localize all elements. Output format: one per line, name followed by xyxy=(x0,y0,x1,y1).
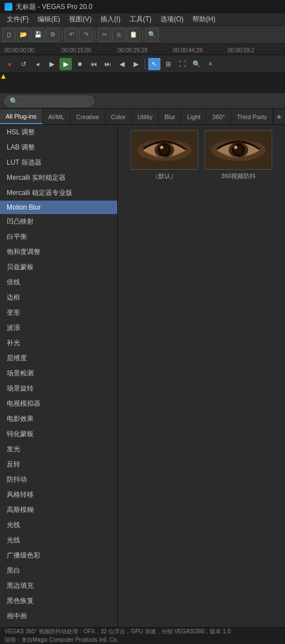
render-button[interactable]: ⚙ xyxy=(46,28,59,42)
search-icon: 🔍 xyxy=(10,97,18,105)
new-button[interactable]: 🗋 xyxy=(2,28,16,42)
plugin-item[interactable]: 光线 xyxy=(0,518,117,533)
plugin-item[interactable]: 画中画 xyxy=(0,609,117,624)
tab-creative[interactable]: Creative xyxy=(71,109,105,124)
time-label-0: 00:00:00;00 xyxy=(4,47,34,53)
plugin-item[interactable]: 反转 xyxy=(0,457,117,472)
plugin-item[interactable]: 黑边填充 xyxy=(0,578,117,593)
prev-marker-button[interactable]: ⏮ xyxy=(88,58,100,70)
ctrl-sep xyxy=(145,58,145,70)
thumb-default: （默认） xyxy=(131,130,198,180)
plugin-item[interactable]: 光线 xyxy=(0,533,117,548)
status-line-2: 说明：来自Magix Computer Products Intl. Co. xyxy=(4,636,281,644)
time-label-1: 00:00:15;00 xyxy=(62,47,91,53)
undo-button[interactable]: ↶ xyxy=(65,28,78,42)
plugin-item[interactable]: 发光 xyxy=(0,442,117,457)
preview-pane: （默认） xyxy=(118,125,285,627)
redo-button[interactable]: ↷ xyxy=(79,28,93,42)
menu-edit[interactable]: 编辑(E) xyxy=(33,13,65,25)
plugin-item[interactable]: Motion Blur xyxy=(0,201,117,214)
fullscreen-button[interactable]: ⛶ xyxy=(176,58,189,70)
menu-insert[interactable]: 插入(I) xyxy=(96,13,125,25)
plugin-item[interactable]: LAB 调整 xyxy=(0,140,117,155)
menu-help[interactable]: 帮助(H) xyxy=(188,13,220,25)
tab-blur[interactable]: Blur xyxy=(159,109,182,124)
preview-thumbnails: （默认） xyxy=(131,130,272,180)
tab-aiml[interactable]: AI/ML xyxy=(43,109,71,124)
plugin-item[interactable]: 电影效果 xyxy=(0,411,117,427)
cursor-button[interactable]: ↖ xyxy=(148,58,160,70)
search-input[interactable] xyxy=(20,97,88,105)
plugin-item[interactable]: 场景旋转 xyxy=(0,381,117,396)
thumb-default-image[interactable] xyxy=(131,130,198,170)
selection-button[interactable]: ⊞ xyxy=(162,58,174,70)
svg-point-11 xyxy=(234,146,237,149)
plugin-item[interactable]: LUT 筛选器 xyxy=(0,155,117,170)
plugin-item[interactable]: Mercalli 稳定器专业版 xyxy=(0,185,117,201)
stop-button[interactable]: ■ xyxy=(73,58,86,70)
status-line-1: VEGAS 360° 视频防抖动处理：OFX，32 位浮点，GPU 加速，分组 … xyxy=(4,628,281,636)
plugin-item[interactable]: Mercalli 实时稳定器 xyxy=(0,170,117,185)
thumb-360-image[interactable] xyxy=(205,130,272,170)
loop-button[interactable]: ↺ xyxy=(17,58,30,70)
plugin-item[interactable]: 白平衡 xyxy=(0,229,117,244)
menu-view[interactable]: 视图(V) xyxy=(65,13,96,25)
plugin-item[interactable]: 黑白 xyxy=(0,563,117,578)
plugin-item[interactable]: 黑色恢复 xyxy=(0,593,117,609)
next-marker-button[interactable]: ⏭ xyxy=(102,58,114,70)
tab-utility[interactable]: Utility xyxy=(132,109,159,124)
thumb-default-label: （默认） xyxy=(152,172,177,180)
paste-button[interactable]: 📋 xyxy=(127,28,140,42)
frame-fwd-button[interactable]: ▶ xyxy=(130,58,142,70)
tab-favorites[interactable]: ★ xyxy=(273,109,285,124)
tab-third-party[interactable]: Third Party xyxy=(231,109,273,124)
record-button[interactable]: ● xyxy=(3,58,16,70)
prev-frame-button[interactable]: ◂ xyxy=(31,58,44,70)
search-wrap[interactable]: 🔍 xyxy=(4,96,94,107)
menu-options[interactable]: 选项(O) xyxy=(156,13,188,25)
plugin-item[interactable]: 风格转移 xyxy=(0,487,117,502)
plugin-item[interactable]: 防抖动 xyxy=(0,472,117,487)
play-button[interactable]: ▶ xyxy=(45,58,58,70)
plugin-item[interactable]: 补光 xyxy=(0,335,117,351)
title-text: 无标题 - VEGAS Pro 20.0 xyxy=(16,2,93,12)
search-ctrl-button[interactable]: 🔍 xyxy=(190,58,203,70)
timeline-ruler: 00:00:00;00 00:00:15;00 00:00:29;29 00:0… xyxy=(0,44,285,55)
plugin-item[interactable]: 高斯模糊 xyxy=(0,502,117,518)
plugin-item[interactable]: 凹凸映射 xyxy=(0,214,117,229)
plugin-item[interactable]: 广播级色彩 xyxy=(0,548,117,563)
plugin-item[interactable]: 倍线 xyxy=(0,275,117,290)
cut-button[interactable]: ✂ xyxy=(98,28,111,42)
tab-360[interactable]: 360° xyxy=(206,109,231,124)
menu-file[interactable]: 文件(F) xyxy=(2,13,33,25)
plugin-item[interactable]: 电视模拟器 xyxy=(0,396,117,411)
plugin-list: HSL 调整LAB 调整LUT 筛选器Mercalli 实时稳定器Mercall… xyxy=(0,125,117,627)
svg-point-5 xyxy=(160,146,163,149)
plugin-item[interactable]: 场景检测 xyxy=(0,366,117,381)
plugin-item[interactable]: HSL 调整 xyxy=(0,125,117,140)
plugin-item[interactable]: 渐变映射 xyxy=(0,624,117,627)
plugin-item[interactable]: 边框 xyxy=(0,290,117,305)
plugin-item[interactable]: 波浪 xyxy=(0,320,117,335)
zoom-in-button[interactable]: 🔍 xyxy=(145,28,159,42)
plugin-item[interactable]: 钝化蒙板 xyxy=(0,427,117,442)
menu-tools[interactable]: 工具(T) xyxy=(125,13,156,25)
copy-button[interactable]: ⎘ xyxy=(112,28,126,42)
time-label-4: 00:00:59;2 xyxy=(228,47,254,53)
tab-color[interactable]: Color xyxy=(105,109,132,124)
open-button[interactable]: 📂 xyxy=(17,28,30,42)
plugin-list-pane: HSL 调整LAB 调整LUT 筛选器Mercalli 实时稳定器Mercall… xyxy=(0,125,118,627)
save-button[interactable]: 💾 xyxy=(31,28,45,42)
tab-all-plugins[interactable]: All Plug-ins xyxy=(0,109,43,124)
plugin-item[interactable]: 饱和度调整 xyxy=(0,244,117,260)
timeline-controls: ● ↺ ◂ ▶ ▶ ■ ⏮ ⏭ ◀ ▶ ↖ ⊞ ⛶ 🔍 × xyxy=(0,55,285,73)
plugin-item[interactable]: 层维度 xyxy=(0,351,117,366)
toolbar-sep-3 xyxy=(142,29,143,40)
tab-light[interactable]: Light xyxy=(181,109,206,124)
plugin-item[interactable]: 贝兹蒙板 xyxy=(0,260,117,275)
close-ctrl-button[interactable]: × xyxy=(204,58,217,70)
play-pause-button[interactable]: ▶ xyxy=(59,58,72,70)
frame-back-button[interactable]: ◀ xyxy=(116,58,128,70)
plugin-item[interactable]: 变形 xyxy=(0,305,117,320)
fx-panel: 🔍 All Plug-ins AI/ML Creative Color Util… xyxy=(0,93,285,627)
